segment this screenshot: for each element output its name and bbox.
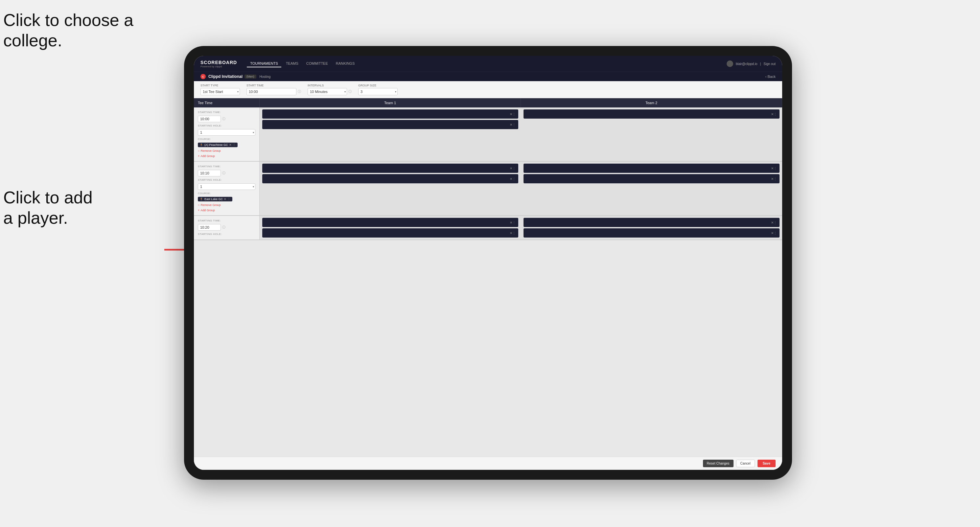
remove-group-icon-1: ○ — [198, 149, 199, 152]
course-edit-2[interactable]: ⋮ — [228, 197, 231, 201]
group3-team2-col: ✕ ⋮ ✕ ⋮ — [521, 216, 782, 240]
controls-bar: Start Type 1st Tee Start Start Time ⓘ In… — [194, 81, 782, 98]
remove-group-btn-2[interactable]: ○ Remove Group — [198, 203, 255, 207]
course-tag-name-2: East Lake GC — [204, 197, 223, 201]
start-type-select[interactable]: 1st Tee Start — [200, 88, 240, 95]
course-label-1: COURSE: — [198, 138, 255, 141]
hole-select-wrapper-2: 1 — [198, 183, 255, 190]
start-time-input[interactable] — [247, 88, 296, 95]
player-row[interactable]: ✕ ⋮ — [262, 229, 518, 238]
group-size-wrapper: 3 — [358, 88, 398, 95]
back-button[interactable]: ‹ Back — [765, 75, 776, 79]
starting-hole-label-1: STARTING HOLE: — [198, 124, 255, 127]
table-row: STARTING TIME: ⓘ STARTING HOLE: 1 COURSE… — [194, 162, 782, 216]
table-body: STARTING TIME: ⓘ STARTING HOLE: 1 COURSE… — [194, 108, 782, 457]
player-x-btn[interactable]: ✕ — [771, 113, 774, 116]
player-dots-btn[interactable]: ⋮ — [512, 167, 515, 170]
intervals-label: Intervals — [308, 84, 352, 87]
starting-time-input-3[interactable] — [198, 224, 221, 231]
clippd-icon: C — [200, 74, 206, 79]
tablet-screen: SCOREBOARD Powered by clippd TOURNAMENTS… — [194, 56, 782, 470]
player-row[interactable]: ✕ ⋮ — [523, 174, 780, 183]
add-group-icon-2: + — [198, 209, 199, 212]
player-dots-btn[interactable]: ⋮ — [512, 123, 515, 127]
starting-hole-select-2[interactable]: 1 — [198, 183, 255, 190]
table-row: STARTING TIME: ⓘ STARTING HOLE: ✕ ⋮ — [194, 216, 782, 240]
event-badge: (Men) — [245, 75, 256, 79]
player-dots-btn[interactable]: ⋮ — [512, 177, 515, 181]
player-row[interactable]: ✕ ⋮ — [523, 163, 780, 173]
course-remove-2[interactable]: ✕ — [224, 197, 226, 201]
starting-time-input-1[interactable] — [198, 116, 221, 122]
cancel-button[interactable]: Cancel — [736, 460, 755, 467]
sign-out-link[interactable]: Sign out — [764, 62, 776, 66]
nav-tab-rankings[interactable]: RANKINGS — [332, 60, 358, 67]
header-right: blair@clippd.io | Sign out — [727, 60, 776, 67]
player-row[interactable]: ✕ ⋮ — [523, 110, 780, 119]
starting-hole-select-1[interactable]: 1 — [198, 129, 255, 136]
event-title: Clippd Invitational — [208, 74, 243, 79]
player-dots-btn[interactable]: ⋮ — [512, 113, 515, 116]
player-row[interactable]: ✕ ⋮ — [262, 120, 518, 129]
player-x-btn[interactable]: ✕ — [771, 167, 774, 170]
sub-header: C Clippd Invitational (Men) Hosting ‹ Ba… — [194, 71, 782, 81]
group1-left-col: STARTING TIME: ⓘ STARTING HOLE: 1 COURSE… — [194, 108, 259, 161]
user-avatar — [727, 60, 733, 67]
player-x-btn[interactable]: ✕ — [510, 123, 512, 127]
group-size-label: Group Size — [358, 84, 398, 87]
group-size-select[interactable]: 3 — [358, 88, 398, 95]
pipe-separator: | — [760, 62, 761, 66]
th-team1: Team 1 — [259, 98, 521, 108]
nav-tab-committee[interactable]: COMMITTEE — [303, 60, 331, 67]
user-email: blair@clippd.io — [736, 62, 757, 66]
reset-changes-button[interactable]: Reset Changes — [703, 460, 733, 467]
player-row[interactable]: ✕ ⋮ — [523, 229, 780, 238]
player-dots-btn[interactable]: ⋮ — [774, 177, 777, 181]
course-tag-name-1: (A) Peachtree GC — [204, 143, 228, 146]
player-x-btn[interactable]: ✕ — [510, 221, 512, 224]
player-x-btn[interactable]: ✕ — [510, 113, 512, 116]
intervals-select[interactable]: 10 Minutes — [308, 88, 347, 95]
player-dots-btn[interactable]: ⋮ — [512, 231, 515, 235]
time-info-icon-2: ⓘ — [222, 171, 226, 175]
nav-tab-teams[interactable]: TEAMS — [283, 60, 302, 67]
tablet-frame: SCOREBOARD Powered by clippd TOURNAMENTS… — [184, 46, 792, 480]
nav-tab-tournaments[interactable]: TOURNAMENTS — [247, 60, 281, 67]
start-time-label: Start Time — [247, 84, 301, 87]
logo-main: SCOREBOARD — [200, 60, 237, 65]
starting-time-label-3: STARTING TIME: — [198, 219, 255, 222]
course-tag-1: 🏌 (A) Peachtree GC ✕ ⋮ — [198, 143, 238, 147]
player-x-btn[interactable]: ✕ — [771, 231, 774, 235]
add-group-btn-1[interactable]: + Add Group — [198, 154, 255, 158]
starting-time-input-2[interactable] — [198, 170, 221, 176]
course-tag-icon-1: 🏌 — [200, 143, 204, 146]
player-x-btn[interactable]: ✕ — [510, 167, 512, 170]
save-button[interactable]: Save — [757, 460, 776, 467]
table-row: STARTING TIME: ⓘ STARTING HOLE: 1 COURSE… — [194, 108, 782, 162]
player-x-btn[interactable]: ✕ — [510, 177, 512, 181]
course-edit-1[interactable]: ⋮ — [233, 143, 235, 146]
starting-time-label-2: STARTING TIME: — [198, 165, 255, 168]
start-type-group: Start Type 1st Tee Start — [200, 84, 240, 95]
player-row[interactable]: ✕ ⋮ — [262, 174, 518, 183]
player-x-btn[interactable]: ✕ — [771, 221, 774, 224]
intervals-wrapper: 10 Minutes — [308, 88, 347, 95]
player-dots-btn[interactable]: ⋮ — [774, 113, 777, 116]
player-dots-btn[interactable]: ⋮ — [774, 221, 777, 224]
add-group-btn-2[interactable]: + Add Group — [198, 209, 255, 212]
player-row[interactable]: ✕ ⋮ — [523, 218, 780, 227]
course-row-2: 🏌 East Lake GC ✕ ⋮ — [198, 197, 255, 202]
remove-group-btn-1[interactable]: ○ Remove Group — [198, 149, 255, 152]
course-remove-1[interactable]: ✕ — [229, 143, 232, 146]
player-dots-btn[interactable]: ⋮ — [774, 231, 777, 235]
player-x-btn[interactable]: ✕ — [771, 177, 774, 181]
player-dots-btn[interactable]: ⋮ — [512, 221, 515, 224]
player-dots-btn[interactable]: ⋮ — [774, 167, 777, 170]
th-team2: Team 2 — [521, 98, 782, 108]
player-row[interactable]: ✕ ⋮ — [262, 218, 518, 227]
group2-left-col: STARTING TIME: ⓘ STARTING HOLE: 1 COURSE… — [194, 162, 259, 215]
player-x-btn[interactable]: ✕ — [510, 231, 512, 235]
group2-team1-col: ✕ ⋮ ✕ ⋮ — [259, 162, 521, 215]
player-row[interactable]: ✕ ⋮ — [262, 110, 518, 119]
player-row[interactable]: ✕ ⋮ — [262, 163, 518, 173]
